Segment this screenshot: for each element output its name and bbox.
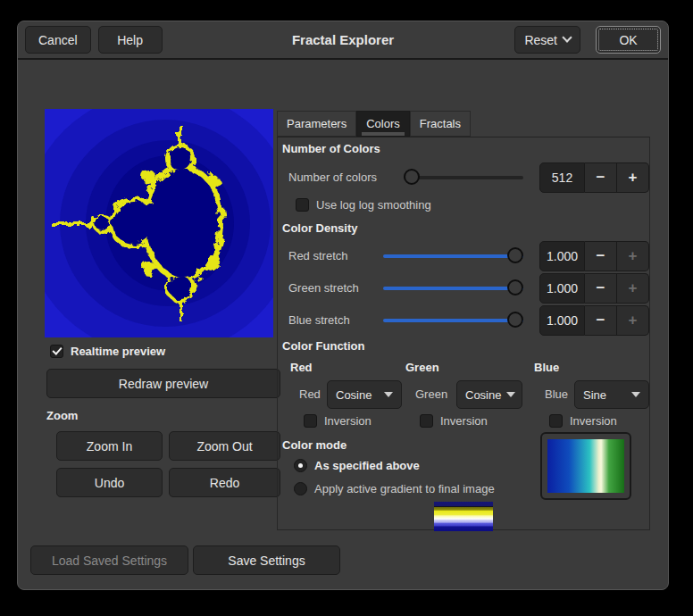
slider-thumb[interactable] (404, 169, 420, 185)
red-inversion-label: Inversion (324, 414, 372, 428)
blue-stretch-label: Blue stretch (288, 305, 350, 336)
notebook-tabs: Parameters Colors Fractals (277, 111, 471, 137)
redo-button[interactable]: Redo (169, 468, 280, 497)
blue-inversion-checkbox[interactable] (549, 414, 563, 428)
minus-icon[interactable]: − (585, 241, 617, 271)
slider-thumb[interactable] (507, 279, 523, 296)
cancel-button[interactable]: Cancel (25, 26, 91, 54)
apply-gradient-option[interactable]: Apply active gradient to final image (294, 482, 495, 495)
number-of-colors-value[interactable]: 512 (539, 162, 585, 193)
apply-gradient-radio[interactable] (294, 482, 307, 495)
save-settings-button[interactable]: Save Settings (193, 545, 340, 575)
realtime-preview-option[interactable]: Realtime preview (50, 345, 165, 358)
red-inversion-checkbox[interactable] (304, 414, 317, 428)
colors-tab-panel: Number of Colors Number of colors 512 − … (277, 137, 650, 530)
chevron-down-icon (562, 32, 572, 42)
red-column-header: Red (290, 361, 313, 374)
gradient-preview (547, 439, 624, 493)
log-smoothing-option[interactable]: Use log log smoothing (296, 198, 431, 212)
red-stretch-slider[interactable] (383, 241, 523, 271)
green-function-value: Cosine (465, 388, 501, 402)
red-function-label: Red (299, 379, 321, 410)
active-gradient-swatch[interactable] (434, 502, 493, 531)
plus-icon: + (617, 305, 649, 336)
undo-button[interactable]: Undo (56, 468, 163, 497)
red-function-value: Cosine (336, 388, 372, 402)
fractal-explorer-dialog: Cancel Help Fractal Explorer Reset OK (17, 21, 669, 590)
help-button[interactable]: Help (98, 26, 163, 54)
tab-fractals[interactable]: Fractals (410, 111, 471, 137)
slider-thumb[interactable] (507, 247, 523, 263)
load-saved-settings-button: Load Saved Settings (30, 545, 188, 575)
apply-gradient-label: Apply active gradient to final image (314, 482, 495, 495)
tab-parameters[interactable]: Parameters (277, 111, 356, 137)
green-inversion-label: Inversion (440, 414, 488, 428)
chevron-down-icon (384, 392, 393, 397)
plus-icon[interactable]: + (617, 162, 649, 193)
number-of-colors-row: Number of colors 512 − + (278, 162, 649, 193)
red-stretch-value[interactable]: 1.000 (539, 241, 585, 271)
titlebar: Cancel Help Fractal Explorer Reset OK (18, 21, 668, 60)
zoom-heading: Zoom (46, 409, 78, 422)
fractal-preview[interactable] (45, 109, 273, 337)
log-smoothing-label: Use log log smoothing (316, 198, 431, 212)
as-specified-label: As specified above (314, 459, 420, 472)
blue-stretch-slider[interactable] (383, 305, 523, 336)
red-stretch-label: Red stretch (288, 241, 347, 271)
red-stretch-spinbox: 1.000 − + (539, 241, 649, 271)
slider-thumb[interactable] (507, 312, 523, 328)
reset-button[interactable]: Reset (514, 26, 580, 54)
screen-background: Cancel Help Fractal Explorer Reset OK (0, 0, 693, 616)
red-stretch-row: Red stretch 1.000 − + (278, 241, 649, 271)
chevron-down-icon (631, 392, 640, 397)
slider-track (383, 319, 523, 322)
green-function-dropdown[interactable]: Cosine (456, 380, 522, 409)
green-stretch-spinbox: 1.000 − + (539, 273, 649, 304)
blue-function-dropdown[interactable]: Sine (574, 380, 649, 409)
as-specified-radio[interactable] (294, 459, 307, 472)
blue-function-value: Sine (583, 388, 606, 402)
color-density-heading: Color Density (282, 221, 358, 235)
number-of-colors-heading: Number of Colors (282, 142, 380, 155)
realtime-preview-checkbox[interactable] (50, 345, 63, 358)
realtime-preview-label: Realtime preview (71, 345, 165, 358)
minus-icon[interactable]: − (585, 305, 617, 336)
color-function-heading: Color Function (282, 339, 364, 353)
blue-stretch-spinbox: 1.000 − + (539, 305, 649, 336)
slider-track (404, 176, 523, 179)
blue-function-label: Blue (545, 379, 568, 410)
function-dropdown-row: Red Cosine Green Cosine Blue Sine (278, 379, 649, 410)
blue-column-header: Blue (534, 361, 559, 374)
slider-track (383, 287, 523, 290)
plus-icon: + (617, 273, 649, 304)
mandelbrot-image (45, 109, 273, 337)
blue-inversion-option[interactable]: Inversion (549, 414, 617, 428)
green-inversion-checkbox[interactable] (420, 414, 433, 428)
blue-stretch-row: Blue stretch 1.000 − + (278, 305, 649, 336)
red-inversion-option[interactable]: Inversion (304, 414, 372, 428)
green-stretch-value[interactable]: 1.000 (539, 273, 585, 304)
green-inversion-option[interactable]: Inversion (420, 414, 488, 428)
gradient-preview-frame (540, 432, 631, 500)
green-function-label: Green (415, 379, 447, 410)
reset-label: Reset (524, 33, 557, 47)
green-stretch-row: Green stretch 1.000 − + (278, 273, 649, 304)
tab-colors[interactable]: Colors (356, 111, 410, 137)
blue-stretch-value[interactable]: 1.000 (539, 305, 585, 336)
zoom-out-button[interactable]: Zoom Out (169, 431, 280, 461)
zoom-in-button[interactable]: Zoom In (56, 431, 163, 461)
minus-icon[interactable]: − (585, 162, 617, 193)
number-of-colors-label: Number of colors (288, 162, 377, 193)
minus-icon[interactable]: − (585, 273, 617, 304)
number-of-colors-spinbox: 512 − + (539, 162, 649, 193)
color-mode-heading: Color mode (282, 438, 346, 452)
redraw-preview-button[interactable]: Redraw preview (46, 369, 280, 398)
as-specified-option[interactable]: As specified above (294, 459, 420, 472)
log-smoothing-checkbox[interactable] (296, 198, 309, 212)
red-function-dropdown[interactable]: Cosine (327, 380, 402, 409)
plus-icon: + (617, 241, 649, 271)
ok-button[interactable]: OK (596, 26, 661, 54)
blue-inversion-label: Inversion (570, 414, 617, 428)
green-stretch-slider[interactable] (383, 273, 523, 304)
number-of-colors-slider[interactable] (404, 162, 523, 193)
